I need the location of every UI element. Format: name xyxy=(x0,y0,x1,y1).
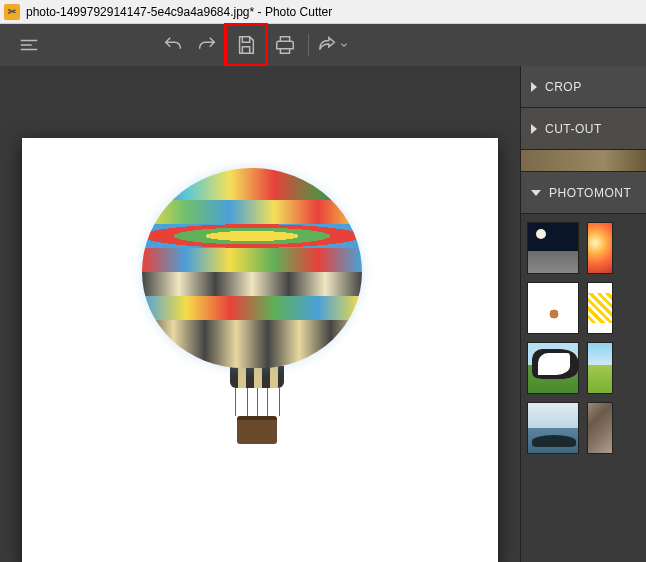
panel-label: CUT-OUT xyxy=(545,122,602,136)
save-highlight xyxy=(224,23,268,67)
panel-cutout[interactable]: CUT-OUT xyxy=(521,108,646,150)
panel-label: PHOTOMONT xyxy=(549,186,631,200)
print-icon xyxy=(274,34,296,56)
thumb-cats-white[interactable] xyxy=(527,282,579,334)
canvas[interactable] xyxy=(22,138,498,562)
sidebar: CROP CUT-OUT PHOTOMONT xyxy=(520,66,646,562)
thumb-cow-field[interactable] xyxy=(527,342,579,394)
thumbnail-scroll[interactable] xyxy=(521,214,646,562)
chevron-right-icon xyxy=(531,124,537,134)
undo-button[interactable] xyxy=(156,28,190,62)
app-icon: ✂ xyxy=(4,4,20,20)
thumb-yellow-splash[interactable] xyxy=(587,282,613,334)
window-title: photo-1499792914147-5e4c9a4a9684.jpg* - … xyxy=(26,5,332,19)
thumbnail-grid xyxy=(527,222,640,454)
toolbar-separator xyxy=(308,34,309,56)
redo-button[interactable] xyxy=(190,28,224,62)
thumb-green-field[interactable] xyxy=(587,342,613,394)
panel-photomontage[interactable]: PHOTOMONT xyxy=(521,172,646,214)
thumb-rock-texture[interactable] xyxy=(587,402,613,454)
chevron-right-icon xyxy=(531,82,537,92)
save-button[interactable] xyxy=(231,30,261,60)
thumb-venice-gondolas[interactable] xyxy=(527,402,579,454)
share-icon xyxy=(316,34,338,56)
redo-icon xyxy=(196,34,218,56)
titlebar: ✂ photo-1499792914147-5e4c9a4a9684.jpg* … xyxy=(0,0,646,24)
canvas-subject xyxy=(142,168,372,444)
toolbar xyxy=(0,24,646,66)
app-window: ✂ photo-1499792914147-5e4c9a4a9684.jpg* … xyxy=(0,0,646,562)
panel-label: CROP xyxy=(545,80,582,94)
menu-icon xyxy=(18,34,40,56)
menu-button[interactable] xyxy=(12,28,46,62)
share-button[interactable] xyxy=(315,28,349,62)
main-area: CROP CUT-OUT PHOTOMONT xyxy=(0,66,646,562)
print-button[interactable] xyxy=(268,28,302,62)
panel-crop[interactable]: CROP xyxy=(521,66,646,108)
chevron-down-icon xyxy=(531,190,541,196)
chevron-down-icon xyxy=(340,41,348,49)
thumb-sunset-burst[interactable] xyxy=(587,222,613,274)
undo-icon xyxy=(162,34,184,56)
save-icon xyxy=(235,34,257,56)
thumb-moon-surface[interactable] xyxy=(527,222,579,274)
canvas-area xyxy=(0,66,520,562)
panel-strip-image xyxy=(521,150,646,172)
